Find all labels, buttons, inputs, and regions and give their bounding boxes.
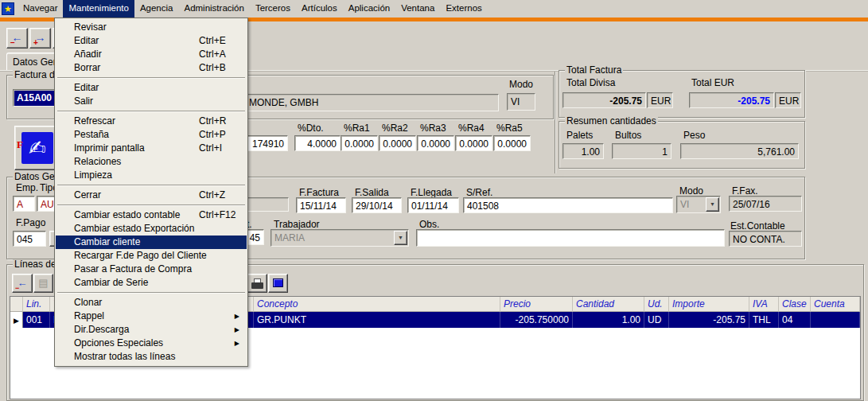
menu-item-cambiar-de-serie[interactable]: Cambiar de Serie [56,276,247,290]
ra-field-3[interactable]: 0.0000 [417,135,454,151]
maintenance-menu: RevisarEditarCtrl+EAñadirCtrl+ABorrarCtr… [54,18,248,367]
menu-item-label: Clonar [74,297,102,308]
ra-field-5[interactable]: 0.0000 [493,135,531,151]
dto-field[interactable]: 4.0000 [294,135,341,151]
modo-label: Modo [508,80,535,90]
grid-col-concepto[interactable]: Concepto [254,297,500,312]
menu-item-label: Dir.Descarga [74,324,129,335]
menu-item-rappel[interactable]: Rappel▶ [56,310,247,323]
grid-col-cuenta[interactable]: Cuenta [811,297,860,312]
obs-field[interactable] [416,229,725,247]
grid-col-selector[interactable] [10,297,23,312]
grid-cell-concepto[interactable]: GR.PUNKT [254,312,500,328]
fpago-field[interactable]: 045 [13,231,46,247]
menu-item-anadir[interactable]: AñadirCtrl+A [56,48,247,61]
menu-item-borrar[interactable]: BorrarCtrl+B [56,61,247,75]
grid-cell-lin[interactable]: 001 [23,312,50,328]
grid-col-ud[interactable]: Ud. [644,297,669,312]
grid-cell-cuenta[interactable] [811,312,860,328]
menu-item-pasar-a-factura-de-compra[interactable]: Pasar a Factura de Compra [56,263,247,276]
edit-line-button[interactable]: ▤ [33,274,53,293]
resumen-group-label: Resumen cantidades [565,116,658,127]
menu-item-label: Mostrar todas las líneas [74,351,175,362]
printer-icon-body [251,282,263,289]
menubar: ★ NavegarMantenimientoAgenciaAdministrac… [0,0,868,18]
menubar-item-aplicacion[interactable]: Aplicación [343,0,395,18]
grid-cell-iva[interactable]: THL [749,312,779,328]
submenu-arrow-icon: ▶ [235,323,239,337]
grid-cell-precio[interactable]: -205.750000 [500,312,573,328]
menu-item-editar[interactable]: Editar [56,81,247,95]
grid-col-clase[interactable]: Clase [779,297,811,312]
grid-col-importe[interactable]: Importe [669,297,749,312]
menu-item-pestana[interactable]: PestañaCtrl+P [56,128,247,142]
menu-item-shortcut: Ctrl+F12 [199,208,235,222]
menu-item-label: Limpieza [74,169,112,181]
menu-separator [57,292,245,294]
menu-item-label: Editar [74,35,99,46]
next-record-button[interactable]: → + [29,28,51,49]
menu-item-cambiar-estado-exportacion[interactable]: Cambiar estado Exportación [56,222,247,236]
fllegada-field[interactable]: 01/11/14 [407,197,459,213]
grid-cell-importe[interactable]: -205.75 [669,312,749,328]
menu-item-dir-descarga[interactable]: Dir.Descarga▶ [56,323,247,337]
menu-item-shortcut: Ctrl+B [199,61,226,75]
menu-item-label: Añadir [74,49,102,60]
menubar-item-mantenimiento[interactable]: Mantenimiento [63,0,134,18]
peso-field: 5,761.00 [680,143,799,159]
menu-item-label: Editar [74,82,99,93]
grid-col-cantidad[interactable]: Cantidad [573,297,644,312]
grid-cell-ud[interactable]: UD [644,312,669,328]
print-lines-button[interactable] [247,274,267,293]
trabajador-combo[interactable]: MARIA ▼ [271,229,409,247]
menu-item-relaciones[interactable]: Relaciones [56,155,247,169]
menubar-item-terceros[interactable]: Terceros [250,0,296,18]
plus-badge-icon: + [33,39,38,47]
menu-item-refrescar[interactable]: RefrescarCtrl+R [56,115,247,128]
ra-field-4[interactable]: 0.0000 [455,135,492,151]
menu-item-opciones-especiales[interactable]: Opciones Especiales▶ [56,337,247,350]
menu-item-label: Opciones Especiales [74,337,163,348]
grid-col-precio[interactable]: Precio [500,297,573,312]
menu-item-imprimir-pantalla[interactable]: Imprimir pantallaCtrl+I [56,142,247,155]
grid-cell-selector[interactable]: ▶ [10,312,23,328]
menubar-item-externos[interactable]: Externos [440,0,487,18]
fsalida-field[interactable]: 29/10/14 [352,197,402,213]
menubar-item-navegar[interactable]: Navegar [18,0,63,18]
menu-item-revisar[interactable]: Revisar [56,21,247,34]
datos-group-label: Datos Ge [13,172,56,182]
total-divisa-label: Total Divisa [565,78,617,88]
modo-field[interactable]: VI [507,93,535,111]
chevron-down-icon[interactable]: ▼ [394,231,407,245]
ra-field-1[interactable]: 0.0000 [341,135,378,151]
menubar-item-agencia[interactable]: Agencia [134,0,179,18]
menubar-item-administracion[interactable]: Administración [178,0,249,18]
menu-item-cambiar-estado-contable[interactable]: Cambiar estado contableCtrl+F12 [56,208,247,222]
ffactura-field[interactable]: 15/11/14 [296,197,346,213]
grid-col-iva[interactable]: IVA [749,297,779,312]
menu-item-limpieza[interactable]: Limpieza [56,169,247,182]
emp-field[interactable]: A [13,196,35,212]
menubar-item-articulos[interactable]: Artículos [296,0,343,18]
menu-item-clonar[interactable]: Clonar [56,296,247,310]
ra-field-2[interactable]: 0.0000 [379,135,416,151]
menu-item-recargar-f-de-pago-del-cliente[interactable]: Recargar F.de Pago del Cliente [56,249,247,263]
menu-item-editar[interactable]: EditarCtrl+E [56,34,247,48]
menubar-item-ventana[interactable]: Ventana [395,0,440,18]
screen-view-button[interactable] [268,274,288,293]
grid-col-lin[interactable]: Lin. [23,297,50,312]
grid-cell-cantidad[interactable]: 1.00 [573,312,644,328]
previous-record-button[interactable]: ← − [6,28,28,49]
sref-field[interactable]: 401508 [463,197,673,213]
app-icon[interactable]: ★ [2,2,14,15]
chevron-down-icon[interactable]: ▼ [706,197,719,212]
menu-item-cerrar[interactable]: CerrarCtrl+Z [56,189,247,202]
ffax-field[interactable]: 25/07/16 [729,196,802,212]
grid-cell-clase[interactable]: 04 [779,312,811,328]
modo2-combo[interactable]: VI ▼ [676,196,721,213]
menu-item-mostrar-todas-las-lineas[interactable]: Mostrar todas las líneas [56,350,247,364]
sign-invoice-button[interactable]: ✍ F [14,126,60,170]
line-previous-button[interactable]: ← − [12,274,33,293]
menu-item-salir[interactable]: Salir [56,95,247,108]
menu-item-cambiar-cliente[interactable]: Cambiar cliente [56,236,247,249]
